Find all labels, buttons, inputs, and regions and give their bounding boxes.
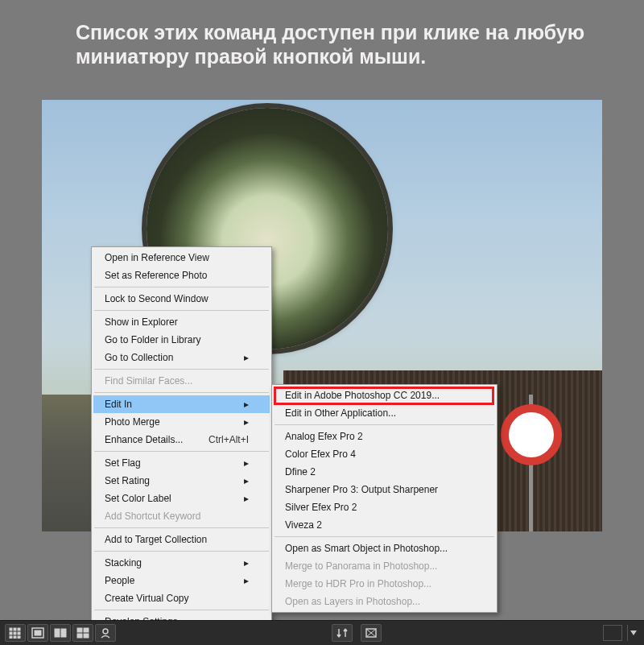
submenu-arrow-icon: ▸ [244,475,249,486]
mi-analog-efex[interactable]: Analog Efex Pro 2 [274,428,495,445]
svg-rect-11 [55,629,60,637]
survey-view-button[interactable] [72,624,93,642]
svg-rect-2 [18,628,20,631]
toolbar-dropdown-button[interactable] [627,625,639,641]
crop-overlay-button[interactable] [361,624,382,642]
mi-dfine[interactable]: Dfine 2 [274,463,495,481]
menu-separator [94,369,269,370]
context-menu: Open in Reference View Set as Reference … [91,246,272,645]
people-view-button[interactable] [95,624,116,642]
submenu-arrow-icon: ▸ [244,575,249,586]
svg-point-17 [103,629,108,634]
svg-rect-7 [14,636,16,639]
svg-rect-1 [14,628,16,631]
mi-edit-photoshop[interactable]: Edit in Adobe Photoshop CC 2019... [274,387,495,404]
menu-separator [275,536,494,537]
svg-rect-4 [14,632,16,635]
menu-separator [275,424,494,425]
mi-add-shortcut-keyword: Add Shortcut Keyword [93,507,270,525]
mi-open-reference-view[interactable]: Open in Reference View [93,249,270,267]
mi-go-to-collection[interactable]: Go to Collection▸ [93,349,270,366]
mi-find-similar-faces: Find Similar Faces... [93,372,270,390]
mi-silver-efex[interactable]: Silver Efex Pro 2 [274,498,495,516]
menu-separator [94,610,269,610]
menu-separator [94,527,269,528]
svg-rect-8 [18,636,20,639]
mi-add-target-collection[interactable]: Add to Target Collection [93,531,270,548]
sort-direction-button[interactable] [332,624,353,642]
filmstrip-toolbar [0,620,644,645]
loupe-view-button[interactable] [27,624,48,642]
svg-rect-13 [77,628,82,632]
mi-open-smart-object[interactable]: Open as Smart Object in Photoshop... [274,540,495,557]
mi-people[interactable]: People▸ [93,572,270,589]
svg-rect-12 [61,629,66,637]
submenu-arrow-icon: ▸ [244,416,249,428]
mi-set-flag[interactable]: Set Flag▸ [93,454,270,472]
svg-rect-6 [10,636,12,639]
mi-lock-second-window[interactable]: Lock to Second Window [93,290,270,308]
mi-stacking[interactable]: Stacking▸ [93,554,270,572]
toolbar-color-swatch[interactable] [603,625,622,641]
mi-set-rating[interactable]: Set Rating▸ [93,472,270,490]
mi-merge-hdr: Merge to HDR Pro in Photoshop... [274,575,495,593]
mi-set-reference-photo[interactable]: Set as Reference Photo [93,267,270,284]
mi-sharpener[interactable]: Sharpener Pro 3: Output Sharpener [274,481,495,498]
submenu-arrow-icon: ▸ [244,493,249,504]
mi-show-in-explorer[interactable]: Show in Explorer [93,313,270,331]
svg-rect-10 [35,631,41,635]
mi-merge-panorama: Merge to Panorama in Photoshop... [274,557,495,575]
menu-separator [94,287,269,287]
svg-rect-3 [10,632,12,635]
svg-rect-14 [84,628,89,632]
compare-view-button[interactable] [50,624,71,642]
submenu-arrow-icon: ▸ [244,399,249,410]
mi-viveza[interactable]: Viveza 2 [274,516,495,534]
mi-set-color-label[interactable]: Set Color Label▸ [93,490,270,507]
menu-separator [94,551,269,552]
menu-separator [94,392,269,393]
mi-photo-merge[interactable]: Photo Merge▸ [93,413,270,431]
mi-open-layers: Open as Layers in Photoshop... [274,593,495,610]
mi-edit-in[interactable]: Edit In▸ [93,395,270,413]
menu-separator [94,451,269,452]
submenu-arrow-icon: ▸ [244,352,249,363]
caption-text: Список этих команд доступен при клике на… [76,21,596,68]
svg-rect-5 [18,632,20,635]
svg-rect-15 [77,634,82,638]
submenu-edit-in: Edit in Adobe Photoshop CC 2019... Edit … [271,384,497,613]
menu-separator [94,310,269,311]
submenu-arrow-icon: ▸ [244,457,249,469]
mi-create-virtual-copy[interactable]: Create Virtual Copy [93,589,270,607]
mi-go-to-folder[interactable]: Go to Folder in Library [93,331,270,349]
svg-rect-0 [10,628,12,631]
mi-enhance-details[interactable]: Enhance Details...Ctrl+Alt+I [93,431,270,449]
mi-color-efex[interactable]: Color Efex Pro 4 [274,445,495,463]
grid-view-button[interactable] [5,624,26,642]
svg-rect-16 [84,634,89,638]
mi-edit-other-app[interactable]: Edit in Other Application... [274,404,495,422]
submenu-arrow-icon: ▸ [244,557,249,569]
photo-sign [501,404,562,465]
shortcut-label: Ctrl+Alt+I [208,434,249,445]
